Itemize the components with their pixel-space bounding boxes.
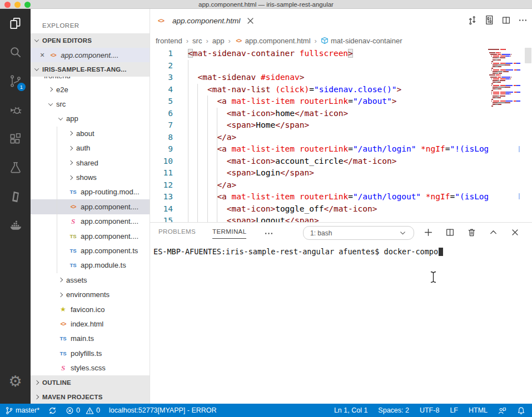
code-line-5[interactable]: 5 <a mat-list-item routerLink="/about">	[150, 96, 488, 108]
tab-close-icon[interactable]	[246, 16, 255, 26]
editor-scrollbar-thumb[interactable]	[525, 48, 531, 63]
tab-app-component-html[interactable]: <> app.component.html	[150, 9, 261, 32]
code-line-15[interactable]: 15 <span>Logout</span>	[150, 215, 488, 222]
tree-file-styles-scss[interactable]: Sstyles.scss	[31, 360, 150, 375]
tree-folder-about[interactable]: about	[31, 126, 150, 140]
code-line-9[interactable]: 9 <a mat-list-item routerLink="/auth/log…	[150, 143, 488, 155]
breadcrumb-item-frontend[interactable]: frontend	[156, 37, 182, 45]
more-actions-icon[interactable]	[518, 16, 528, 25]
split-editor-icon[interactable]	[501, 16, 511, 25]
open-changes-icon[interactable]	[468, 16, 477, 25]
indent-guide	[207, 96, 208, 222]
explorer-icon[interactable]	[0, 9, 31, 38]
new-terminal-icon[interactable]	[424, 228, 433, 237]
tree-file-app-component-[interactable]: <>app.component....	[31, 199, 150, 214]
tree-folder-e2e[interactable]: e2e	[31, 82, 150, 97]
panel-more-tabs-icon[interactable]	[264, 229, 274, 238]
status-lf[interactable]: LF	[450, 406, 458, 414]
clipped-tree-item[interactable]: frontend	[31, 77, 150, 82]
status-feedback[interactable]	[498, 406, 506, 415]
code-area[interactable]: 1<mat-sidenav-container fullscreen>23 <m…	[150, 48, 488, 222]
test-flask-icon[interactable]	[0, 153, 31, 182]
line-number: 13	[150, 191, 173, 203]
tree-file-app-component-[interactable]: Sapp.component....	[31, 214, 150, 229]
maven-projects-section-header[interactable]: MAVEN PROJECTS	[31, 390, 150, 404]
ts-file-icon: TS	[69, 262, 77, 268]
tree-file-index-html[interactable]: <>index.html	[31, 316, 150, 331]
tree-file-app-component-[interactable]: TSapp.component....	[31, 229, 150, 243]
code-line-14[interactable]: 14 <mat-icon>toggle_off</mat-icon>	[150, 203, 488, 215]
close-panel-icon[interactable]	[510, 228, 520, 237]
project-section-header[interactable]: IRIS-SAMPLE-REST-ANG...	[31, 62, 150, 77]
extensions-icon[interactable]	[0, 124, 31, 153]
tree-folder-environments[interactable]: environments	[31, 287, 150, 302]
search-icon[interactable]	[0, 38, 31, 67]
panel-tab-problems[interactable]: PROBLEMS	[158, 228, 196, 238]
code-line-4[interactable]: 4 <mat-nav-list (click)="sidenav.close()…	[150, 84, 488, 96]
open-editors-section-header[interactable]: OPEN EDITORS	[31, 33, 150, 48]
tree-item-label: shared	[76, 159, 98, 167]
status-html[interactable]: HTML	[469, 406, 488, 414]
code-line-8[interactable]: 8 </a>	[150, 132, 488, 144]
open-editor-item[interactable]: × <> app.component....	[31, 48, 150, 62]
code-line-1[interactable]: 1<mat-sidenav-container fullscreen>	[150, 48, 488, 60]
tree-file-app-module-ts[interactable]: TSapp.module.ts	[31, 258, 150, 273]
line-number: 1	[150, 48, 173, 60]
binary-file-icon[interactable]	[484, 15, 494, 25]
status-utf-8[interactable]: UTF-8	[420, 406, 439, 414]
tree-folder-app[interactable]: app	[31, 112, 150, 126]
code-line-13[interactable]: 13 <a mat-list-item routerLink="/auth/lo…	[150, 191, 488, 203]
code-line-content: </a>	[173, 132, 236, 144]
debug-icon[interactable]	[0, 96, 31, 124]
code-line-content: <span>Home</span>	[173, 119, 309, 132]
settings-gear-icon[interactable]: ⚙	[0, 367, 31, 396]
terminal-content[interactable]: ES-MBP-AFUENTES:iris-sample-rest-angular…	[153, 247, 443, 256]
tree-folder-src[interactable]: src	[31, 97, 150, 111]
breadcrumb-item-app[interactable]: app	[212, 37, 225, 45]
status-spaces-2[interactable]: Spaces: 2	[378, 406, 409, 414]
status-0[interactable]: 0	[66, 406, 80, 415]
code-line-12[interactable]: 12 </a>	[150, 179, 488, 192]
chevron-right-icon	[68, 160, 73, 165]
panel-tab-terminal[interactable]: TERMINAL	[212, 228, 246, 239]
tree-folder-shows[interactable]: shows	[31, 170, 150, 184]
code-line-6[interactable]: 6 <mat-icon>home</mat-icon>	[150, 108, 488, 120]
code-line-11[interactable]: 11 <span>Login</span>	[150, 167, 488, 179]
tree-file-favicon-ico[interactable]: ★favicon.ico	[31, 302, 150, 316]
status-master[interactable]: master*	[5, 406, 39, 415]
window-close-button[interactable]	[4, 2, 11, 8]
window-minimize-button[interactable]	[14, 2, 21, 8]
maximize-panel-icon[interactable]	[489, 228, 498, 237]
docker-icon[interactable]	[0, 211, 31, 240]
status-sync[interactable]	[48, 406, 57, 415]
code-line-7[interactable]: 7 <span>Home</span>	[150, 119, 488, 132]
tree-folder-auth[interactable]: auth	[31, 141, 150, 155]
outline-section-header[interactable]: OUTLINE	[31, 375, 150, 390]
breadcrumb-item-src[interactable]: src	[192, 37, 202, 45]
code-line-10[interactable]: 10 <mat-icon>account_circle</mat-icon>	[150, 155, 488, 168]
status-bell[interactable]	[517, 406, 525, 415]
tree-folder-assets[interactable]: assets	[31, 273, 150, 287]
close-icon[interactable]: ×	[40, 51, 44, 59]
minimap[interactable]	[488, 49, 523, 107]
objectscript-icon[interactable]	[0, 182, 31, 211]
source-control-icon[interactable]: 1	[0, 67, 31, 96]
kill-terminal-icon[interactable]	[467, 228, 476, 237]
breadcrumb-item-app-component-html[interactable]: <>app.component.html	[235, 37, 311, 45]
window-zoom-button[interactable]	[24, 2, 31, 8]
status-localhost-52773-myapp-error[interactable]: localhost:52773[MYAPP] - ERROR	[109, 406, 217, 414]
status-ln-1-col-1[interactable]: Ln 1, Col 1	[334, 406, 367, 414]
tree-file-app-component-ts[interactable]: TSapp.component.ts	[31, 243, 150, 258]
terminal-cursor	[439, 248, 443, 256]
panel-tabs: PROBLEMSTERMINAL	[158, 226, 274, 240]
tree-file-app-routing-mod-[interactable]: TSapp-routing.mod...	[31, 185, 150, 199]
tree-file-main-ts[interactable]: TSmain.ts	[31, 331, 150, 346]
tree-file-polyfills-ts[interactable]: TSpolyfills.ts	[31, 346, 150, 360]
status-0[interactable]: 0	[86, 406, 100, 415]
tree-folder-shared[interactable]: shared	[31, 155, 150, 170]
terminal-shell-select[interactable]: 1: bash	[303, 226, 414, 240]
split-terminal-icon[interactable]	[445, 228, 455, 237]
breadcrumb-item-mat-sidenav-container[interactable]: mat-sidenav-container	[321, 37, 402, 45]
code-line-2[interactable]: 2	[150, 60, 488, 72]
code-line-3[interactable]: 3 <mat-sidenav #sidenav>	[150, 72, 488, 84]
